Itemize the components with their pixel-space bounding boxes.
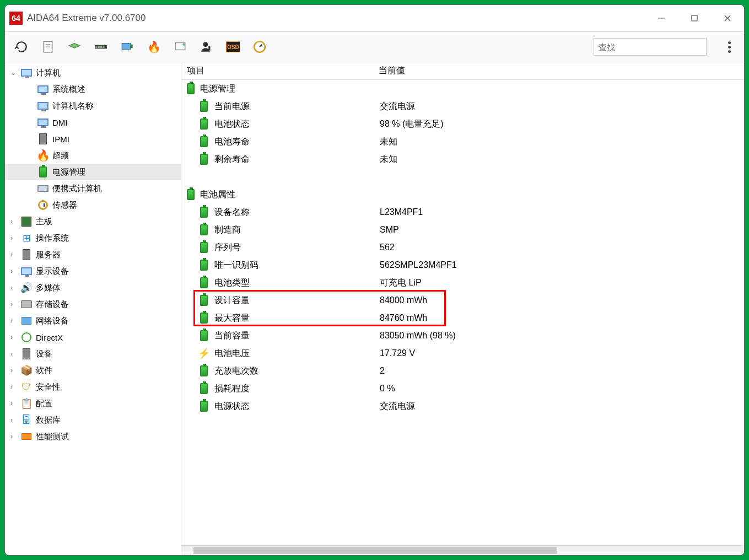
speaker-icon: 🔊 — [20, 282, 33, 294]
row-voltage[interactable]: ⚡电池电压17.729 V — [181, 344, 744, 362]
tree-config[interactable]: ›📋配置 — [5, 395, 181, 412]
report-button[interactable] — [38, 37, 58, 57]
cpu-icon[interactable] — [64, 37, 84, 57]
col-item[interactable]: 项目 — [181, 65, 379, 77]
svg-rect-12 — [103, 46, 104, 48]
tree-computer[interactable]: ⌄计算机 — [5, 64, 181, 81]
close-button[interactable] — [711, 5, 744, 31]
search-input[interactable] — [594, 38, 707, 56]
svg-rect-13 — [122, 44, 130, 50]
spacer-row — [181, 168, 744, 186]
row-max-cap[interactable]: 最大容量84760 mWh — [181, 309, 744, 327]
horizontal-scrollbar[interactable] — [181, 545, 744, 555]
window-title: AIDA64 Extreme v7.00.6700 — [27, 13, 645, 24]
section-battery-props[interactable]: 电池属性 — [181, 186, 744, 203]
svg-rect-10 — [98, 46, 100, 48]
tree-os[interactable]: ›⊞操作系统 — [5, 230, 181, 246]
tree-overclock[interactable]: 🔥超频 — [5, 147, 181, 164]
shield-icon: 🛡 — [20, 381, 33, 393]
bolt-icon: ⚡ — [198, 347, 210, 359]
row-current-cap[interactable]: 当前容量83050 mWh (98 %) — [181, 327, 744, 344]
svg-point-16 — [182, 44, 185, 46]
osd-button[interactable]: OSD — [223, 37, 243, 57]
user-icon[interactable] — [197, 37, 217, 57]
config-icon: 📋 — [20, 397, 33, 410]
content-list[interactable]: 电源管理 当前电源交流电源 电池状态98 % (电量充足) 电池寿命未知 剩余寿… — [181, 80, 744, 545]
row-cycles[interactable]: 充放电次数2 — [181, 362, 744, 380]
svg-marker-7 — [69, 44, 80, 49]
svg-rect-14 — [130, 45, 132, 49]
tree-software[interactable]: ›📦软件 — [5, 362, 181, 379]
window-controls — [645, 5, 744, 31]
maximize-button[interactable] — [678, 5, 711, 31]
cube-icon: 📦 — [20, 364, 33, 376]
tree-dmi[interactable]: DMI — [5, 114, 181, 131]
tree-storage[interactable]: ›存储设备 — [5, 296, 181, 313]
minimize-button[interactable] — [645, 5, 678, 31]
flame-icon: 🔥 — [147, 40, 161, 53]
app-window: 64 AIDA64 Extreme v7.00.6700 🔥 OSD ⌄计算机 … — [4, 4, 745, 556]
tree-directx[interactable]: ›DirectX — [5, 329, 181, 346]
tree-sensor[interactable]: 传感器 — [5, 197, 181, 213]
tree-server[interactable]: ›服务器 — [5, 246, 181, 263]
svg-rect-1 — [692, 15, 697, 21]
tree-ipmi[interactable]: IPMI — [5, 131, 181, 147]
row-battery-type[interactable]: 电池类型可充电 LiP — [181, 274, 744, 292]
content-header: 项目 当前值 — [181, 62, 744, 80]
menu-button[interactable] — [721, 41, 737, 53]
row-serial[interactable]: 序列号562 — [181, 239, 744, 256]
row-unique-id[interactable]: 唯一识别码562SMPL23M4PF1 — [181, 256, 744, 274]
row-remaining-life[interactable]: 剩余寿命未知 — [181, 150, 744, 168]
scrollbar-thumb[interactable] — [193, 547, 557, 554]
col-value[interactable]: 当前值 — [379, 65, 744, 77]
tree-network[interactable]: ›网络设备 — [5, 313, 181, 329]
tree-summary[interactable]: 系统概述 — [5, 81, 181, 98]
section-power-mgmt[interactable]: 电源管理 — [181, 80, 744, 98]
row-device-name[interactable]: 设备名称L23M4PF1 — [181, 203, 744, 221]
ram-icon[interactable] — [91, 37, 111, 57]
tree-database[interactable]: ›🗄数据库 — [5, 412, 181, 428]
tree-name[interactable]: 计算机名称 — [5, 98, 181, 114]
flame-icon: 🔥 — [37, 149, 49, 161]
database-icon: 🗄 — [20, 414, 33, 426]
screenshot-button[interactable] — [170, 37, 190, 57]
row-battery-life[interactable]: 电池寿命未知 — [181, 133, 744, 150]
content-panel: 项目 当前值 电源管理 当前电源交流电源 电池状态98 % (电量充足) 电池寿… — [181, 62, 744, 555]
tree-devices[interactable]: ›设备 — [5, 346, 181, 362]
gpu-icon[interactable] — [117, 37, 137, 57]
svg-rect-18 — [208, 46, 210, 51]
svg-rect-11 — [100, 46, 102, 48]
row-design-cap[interactable]: 设计容量84000 mWh — [181, 292, 744, 309]
tree-power[interactable]: 电源管理 — [5, 164, 181, 180]
windows-icon: ⊞ — [20, 232, 33, 244]
tree-display[interactable]: ›显示设备 — [5, 263, 181, 279]
svg-point-17 — [203, 42, 208, 47]
row-manufacturer[interactable]: 制造商SMP — [181, 221, 744, 239]
gauge-icon[interactable] — [250, 37, 270, 57]
tree-portable[interactable]: 便携式计算机 — [5, 180, 181, 197]
row-battery-status[interactable]: 电池状态98 % (电量充足) — [181, 115, 744, 133]
tree-motherboard[interactable]: ›主板 — [5, 213, 181, 230]
tree-multimedia[interactable]: ›🔊多媒体 — [5, 279, 181, 296]
tree-security[interactable]: ›🛡安全性 — [5, 379, 181, 395]
refresh-button[interactable] — [12, 37, 31, 57]
nav-tree[interactable]: ⌄计算机 系统概述 计算机名称 DMI IPMI 🔥超频 电源管理 便携式计算机… — [5, 62, 181, 555]
stress-icon[interactable]: 🔥 — [144, 37, 164, 57]
titlebar: 64 AIDA64 Extreme v7.00.6700 — [5, 5, 744, 31]
row-wear[interactable]: 损耗程度0 % — [181, 380, 744, 397]
tree-benchmark[interactable]: ›性能测试 — [5, 428, 181, 445]
body: ⌄计算机 系统概述 计算机名称 DMI IPMI 🔥超频 电源管理 便携式计算机… — [5, 62, 744, 555]
app-icon: 64 — [9, 12, 23, 25]
toolbar: 🔥 OSD — [5, 31, 744, 62]
row-current-source[interactable]: 当前电源交流电源 — [181, 98, 744, 115]
row-power-state[interactable]: 电源状态交流电源 — [181, 397, 744, 415]
svg-rect-9 — [95, 46, 97, 48]
